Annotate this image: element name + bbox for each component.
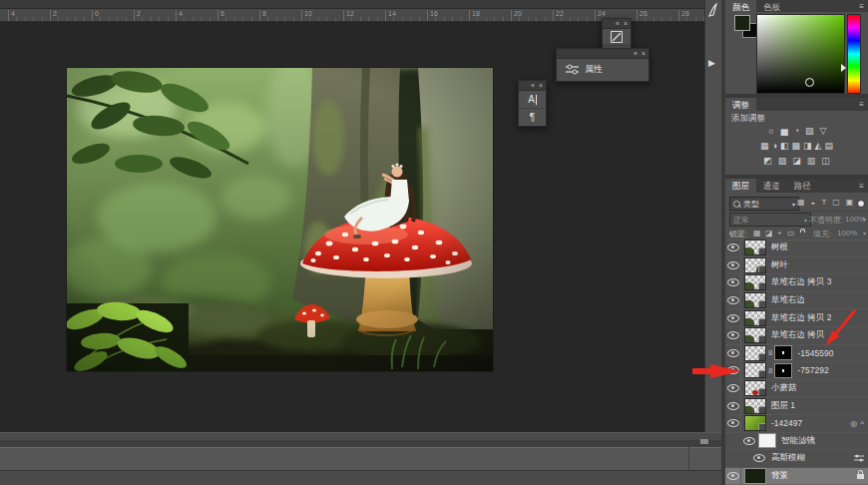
photo-filter-icon[interactable]: ▩ — [792, 141, 801, 152]
hue-saturation-icon[interactable]: ▦ — [760, 141, 769, 152]
color-range-icon[interactable]: ◫ — [821, 156, 830, 167]
vibrance-icon[interactable]: ▽ — [820, 126, 827, 137]
visibility-toggle[interactable] — [725, 292, 741, 309]
layer-thumbnail[interactable] — [744, 362, 766, 378]
visibility-toggle[interactable] — [725, 327, 741, 344]
tab-paths[interactable]: 路径 — [787, 179, 818, 193]
posterize-icon[interactable]: ▨ — [778, 156, 787, 167]
color-balance-icon[interactable]: ◑ — [772, 141, 777, 152]
smart-filter-toggle-icon[interactable]: ◎ — [850, 419, 857, 428]
brightness-contrast-icon[interactable]: ☼ — [766, 126, 774, 137]
tab-color[interactable]: 颜色 — [725, 0, 756, 12]
layer-thumbnail[interactable] — [744, 468, 766, 484]
filter-mask-thumbnail[interactable] — [758, 433, 776, 448]
visibility-toggle[interactable] — [725, 257, 741, 274]
curves-icon[interactable]: ◔ — [794, 126, 799, 137]
type-filter-icon[interactable]: T — [821, 198, 826, 207]
layer-name[interactable]: 草堆右边 拷贝 3 — [771, 276, 831, 288]
layer-thumbnail[interactable] — [744, 310, 766, 326]
layer-thumbnail[interactable] — [744, 380, 766, 396]
layer-row-tuceng1[interactable]: 图层 1 — [725, 397, 868, 415]
canvas-image[interactable] — [67, 68, 493, 371]
close-icon[interactable]: × — [624, 20, 628, 28]
layer-thumbnail[interactable] — [744, 274, 766, 290]
mask-link-icon[interactable]: 8 — [768, 366, 772, 375]
visibility-toggle[interactable] — [725, 240, 741, 256]
visibility-toggle[interactable] — [725, 274, 741, 291]
threshold-icon[interactable]: ◪ — [792, 156, 801, 167]
layer-row-shuye[interactable]: 树叶 — [725, 257, 868, 275]
layer-thumbnail[interactable] — [744, 327, 766, 343]
visibility-toggle[interactable] — [741, 433, 756, 450]
properties-panel-button[interactable]: 属性 — [557, 59, 649, 76]
filter-blend-options-icon[interactable] — [854, 450, 864, 467]
layer-name[interactable]: -1545590 — [797, 348, 833, 358]
saturation-brightness-field[interactable] — [756, 14, 845, 94]
visibility-toggle[interactable] — [725, 309, 741, 326]
color-picker-marker[interactable] — [805, 78, 814, 87]
foreground-color-swatch[interactable] — [734, 15, 750, 31]
collapse-icon[interactable]: « — [616, 20, 620, 28]
layer-name[interactable]: 树叶 — [771, 259, 788, 271]
smart-object-thumbnail[interactable] — [744, 415, 766, 431]
brush-settings-icon[interactable] — [603, 29, 631, 46]
visibility-toggle[interactable] — [725, 468, 741, 485]
layer-row--757292[interactable]: 8 -757292 — [725, 362, 868, 380]
layer-name[interactable]: -142497 — [771, 418, 802, 428]
visibility-toggle[interactable] — [725, 362, 741, 379]
layer-name[interactable]: 草堆右边 拷贝 2 — [771, 312, 831, 324]
color-lookup-icon[interactable]: ◭ — [815, 141, 822, 152]
layer-row-xiaomogu[interactable]: 小蘑菇 — [725, 380, 868, 398]
gradient-map-icon[interactable]: ▤ — [824, 141, 833, 152]
tab-adjustments[interactable]: 调整 — [725, 98, 756, 111]
layer-mask-thumbnail[interactable] — [774, 363, 792, 378]
layer-row-caodui-copy3[interactable]: 草堆右边 拷贝 3 — [725, 274, 868, 292]
layer-name[interactable]: 背景 — [771, 470, 788, 482]
layer-mask-thumbnail[interactable] — [774, 345, 792, 360]
blend-mode-select[interactable]: 正常 ▾ — [729, 213, 811, 227]
lock-transparent-icon[interactable]: ▦ — [753, 229, 761, 238]
tab-layers[interactable]: 图层 — [725, 179, 756, 193]
lock-position-icon[interactable]: + — [777, 229, 782, 238]
fill-value[interactable]: 100% — [837, 229, 857, 238]
filter-name[interactable]: 高斯模糊 — [771, 452, 805, 464]
adjustment-filter-icon[interactable]: ◒ — [811, 198, 816, 207]
smart-object-filter-icon[interactable]: ▣ — [846, 198, 854, 207]
layer-name[interactable]: 图层 1 — [771, 400, 795, 412]
visibility-toggle[interactable] — [725, 345, 741, 362]
smart-filters-row[interactable]: 智能滤镜 — [725, 433, 868, 451]
lock-pixels-icon[interactable]: ◪ — [765, 229, 773, 238]
visibility-toggle[interactable] — [725, 380, 741, 397]
visibility-toggle[interactable] — [751, 450, 766, 467]
layer-row--1545590[interactable]: 8 -1545590 — [725, 345, 868, 363]
layer-thumbnail[interactable] — [744, 292, 766, 308]
layer-thumbnail[interactable] — [744, 240, 766, 255]
collapse-chevron-icon[interactable]: ^ — [860, 419, 864, 428]
collapse-icon[interactable]: « — [531, 82, 535, 90]
black-white-icon[interactable]: ◧ — [780, 141, 789, 152]
channel-mixer-icon[interactable]: ◨ — [803, 141, 812, 152]
gaussian-blur-filter-row[interactable]: 高斯模糊 — [725, 450, 868, 468]
layer-thumbnail[interactable] — [744, 398, 766, 414]
layer-row-caodui-copy[interactable]: 草堆右边 拷贝 — [725, 327, 868, 345]
hue-slider-arrow[interactable] — [841, 64, 846, 72]
tab-swatches[interactable]: 色板 — [756, 0, 787, 12]
visibility-toggle[interactable] — [725, 397, 741, 414]
layer-name[interactable]: 草堆右边 拷贝 — [771, 329, 824, 341]
layer-thumbnail[interactable] — [744, 257, 766, 273]
panel-menu-icon[interactable]: ≡ — [859, 182, 864, 191]
close-icon[interactable]: × — [539, 82, 543, 90]
lock-artboard-icon[interactable]: ▭ — [787, 229, 795, 238]
chevron-down-icon[interactable]: ▾ — [863, 216, 866, 223]
pixel-filter-icon[interactable]: ▦ — [797, 198, 805, 207]
layer-row-caodui[interactable]: 草堆右边 — [725, 292, 868, 310]
layer-filter-dropdown[interactable]: 类型 ▾ — [729, 197, 799, 211]
layer-name[interactable]: 树根 — [771, 242, 788, 253]
panel-menu-icon[interactable]: ≡ — [859, 2, 864, 11]
close-icon[interactable]: × — [642, 50, 646, 58]
layer-row-background[interactable]: 背景 — [725, 468, 868, 485]
layer-name[interactable]: 草堆右边 — [771, 294, 805, 306]
layer-row-caodui-copy2[interactable]: 草堆右边 拷贝 2 — [725, 309, 868, 327]
visibility-toggle[interactable] — [725, 415, 741, 432]
mask-link-icon[interactable]: 8 — [768, 348, 772, 357]
